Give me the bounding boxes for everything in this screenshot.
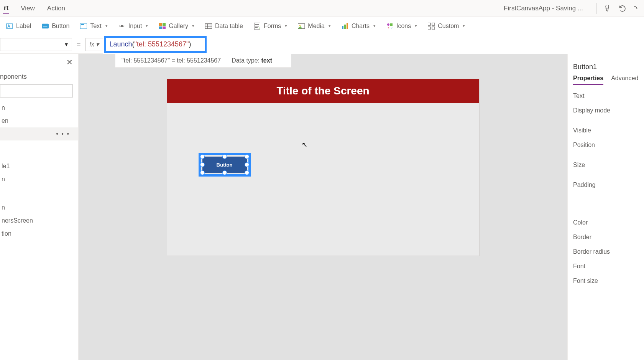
- menu-view[interactable]: View: [20, 3, 36, 14]
- formula-result-value: "tel: 5551234567" = tel: 5551234567: [122, 57, 221, 64]
- tree-item-label: le1: [2, 163, 10, 170]
- ribbon-custom[interactable]: Custom ▾: [428, 23, 465, 30]
- tree-item[interactable]: tion: [0, 227, 78, 240]
- tree-item-selected[interactable]: • • •: [0, 127, 78, 140]
- chevron-down-icon: ▾: [105, 23, 108, 28]
- svg-rect-24: [432, 27, 435, 30]
- tree-item[interactable]: en: [0, 114, 78, 127]
- tree-item-label: n: [2, 204, 5, 211]
- ribbon-label-text: Label: [16, 23, 31, 30]
- svg-rect-4: [81, 24, 84, 25]
- menu-left-group: rt View Action: [3, 3, 66, 14]
- tab-properties[interactable]: Properties: [573, 75, 603, 85]
- charts-icon: [342, 23, 348, 30]
- tree-item-label: n: [2, 104, 5, 111]
- app-title: FirstCanvasApp - Saving ...: [504, 5, 583, 12]
- app-checker-icon[interactable]: [602, 3, 613, 14]
- chevron-down-icon: ▾: [146, 23, 148, 28]
- prop-border[interactable]: Border: [573, 230, 639, 244]
- resize-handle[interactable]: [222, 170, 227, 175]
- ribbon-gallery[interactable]: Gallery ▾: [159, 23, 194, 30]
- prop-text[interactable]: Text: [573, 89, 639, 103]
- tree-view-panel: ✕ nponents n en • • • le1 n n nersScreen…: [0, 54, 79, 360]
- ribbon-datatable-text: Data table: [215, 23, 243, 30]
- prop-size[interactable]: Size: [573, 158, 639, 172]
- prop-display-mode[interactable]: Display mode: [573, 103, 639, 118]
- svg-rect-15: [344, 25, 346, 29]
- tree-item-label: tion: [2, 230, 12, 237]
- properties-tabs: Properties Advanced: [573, 75, 639, 85]
- prop-padding[interactable]: Padding: [573, 178, 639, 192]
- button-control[interactable]: Button: [202, 157, 247, 173]
- svg-point-13: [299, 25, 301, 26]
- prop-font[interactable]: Font: [573, 259, 639, 274]
- svg-rect-23: [428, 27, 430, 30]
- tree-item[interactable]: nersScreen: [0, 214, 78, 227]
- screen-canvas[interactable]: Title of the Screen Button: [167, 79, 479, 256]
- forms-icon: [254, 23, 261, 30]
- ribbon-forms[interactable]: Forms ▾: [254, 23, 287, 30]
- prop-font-size[interactable]: Font size: [573, 274, 639, 288]
- property-dropdown[interactable]: ▾: [0, 38, 72, 51]
- insert-ribbon: Label Button Text ▾ Input ▾ Gallery ▾ Da…: [0, 17, 644, 35]
- ribbon-button[interactable]: Button: [42, 23, 69, 30]
- input-icon: [118, 23, 125, 30]
- ribbon-input[interactable]: Input ▾: [118, 23, 148, 30]
- tree-item[interactable]: n: [0, 173, 78, 186]
- tree-search-input[interactable]: [0, 84, 73, 97]
- tree-item[interactable]: n: [0, 201, 78, 214]
- prop-position[interactable]: Position: [573, 138, 639, 152]
- svg-point-17: [387, 23, 389, 26]
- chevron-down-icon: ▾: [192, 23, 194, 28]
- ribbon-gallery-text: Gallery: [169, 23, 188, 30]
- undo-icon[interactable]: [617, 3, 628, 14]
- svg-rect-10: [205, 23, 212, 28]
- ribbon-media[interactable]: Media ▾: [298, 23, 331, 30]
- resize-handle[interactable]: [200, 154, 205, 159]
- ribbon-label[interactable]: Label: [6, 23, 31, 30]
- prop-border-radius[interactable]: Border radius: [573, 244, 639, 259]
- menu-action[interactable]: Action: [46, 3, 66, 14]
- tab-advanced[interactable]: Advanced: [611, 75, 638, 85]
- gallery-icon: [159, 23, 166, 30]
- tree-item-label: n: [2, 176, 5, 183]
- menu-insert[interactable]: rt: [3, 3, 9, 14]
- ribbon-charts[interactable]: Charts ▾: [342, 23, 376, 30]
- ribbon-datatable[interactable]: Data table: [205, 23, 243, 30]
- resize-handle[interactable]: [245, 154, 249, 159]
- ribbon-icons[interactable]: +✓ Icons ▾: [386, 23, 417, 30]
- tree-item[interactable]: le1: [0, 160, 78, 173]
- svg-rect-8: [159, 26, 162, 29]
- fx-button[interactable]: fx ▾: [85, 38, 103, 51]
- redo-icon[interactable]: [630, 3, 641, 14]
- formula-token-str: "tel: 5551234567": [135, 40, 189, 48]
- tree-item[interactable]: n: [0, 101, 78, 114]
- selected-control-outline[interactable]: Button: [199, 153, 251, 177]
- icons-icon: +✓: [386, 23, 393, 30]
- components-tab[interactable]: nponents: [0, 71, 78, 84]
- resize-handle[interactable]: [245, 162, 249, 167]
- more-icon[interactable]: • • •: [56, 130, 75, 137]
- resize-handle[interactable]: [222, 154, 227, 159]
- svg-rect-6: [159, 23, 162, 26]
- chevron-down-icon: ▾: [285, 23, 287, 28]
- resize-handle[interactable]: [245, 170, 249, 175]
- svg-rect-7: [163, 23, 166, 26]
- fx-label: fx: [89, 41, 94, 48]
- chevron-down-icon: ▾: [65, 41, 68, 48]
- formula-datatype-label: Data type:: [232, 57, 261, 64]
- ribbon-text[interactable]: Text ▾: [80, 23, 107, 30]
- formula-code: Launch("tel: 5551234567"): [110, 40, 191, 48]
- resize-handle[interactable]: [200, 170, 205, 175]
- properties-panel: Button1 Properties Advanced Text Display…: [567, 54, 644, 360]
- label-icon: [6, 23, 13, 30]
- prop-visible[interactable]: Visible: [573, 123, 639, 138]
- screen-title-text: Title of the Screen: [276, 85, 369, 97]
- formula-input-area[interactable]: Launch("tel: 5551234567"): [103, 35, 644, 54]
- prop-color[interactable]: Color: [573, 215, 639, 230]
- close-icon[interactable]: ✕: [66, 58, 73, 67]
- chevron-down-icon: ▾: [329, 23, 331, 28]
- resize-handle[interactable]: [200, 162, 205, 167]
- ribbon-input-text: Input: [128, 23, 142, 30]
- canvas-area[interactable]: ↖ Title of the Screen Button: [79, 54, 567, 360]
